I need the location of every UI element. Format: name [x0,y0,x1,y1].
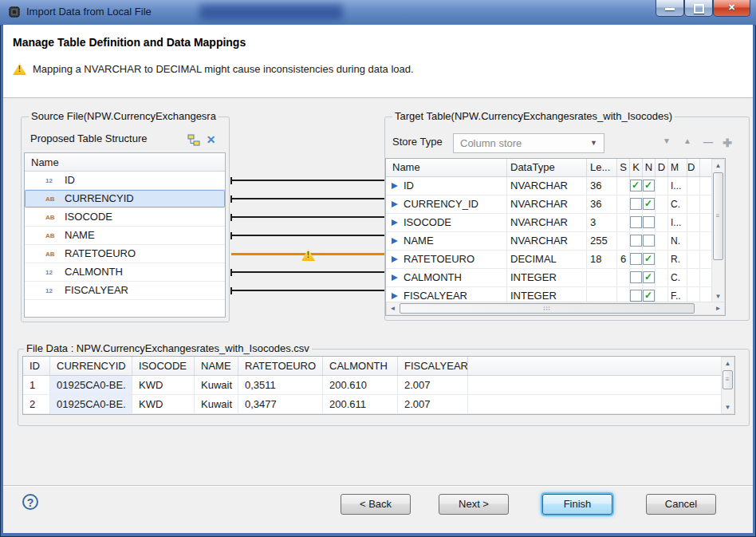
target-row-currency-id[interactable]: CURRENCY_ID NVARCHAR 36 C. [386,195,725,214]
app-icon [8,6,21,18]
scroll-left-icon[interactable]: ◄ [387,302,399,314]
cancel-button[interactable]: Cancel [646,494,716,515]
scroll-up-icon[interactable]: ▲ [712,160,724,172]
target-row-id[interactable]: ID NVARCHAR 36 I... [386,177,725,195]
target-group-label: Target Table(NPW.CurrencyExchangesrates_… [392,110,675,122]
finish-button[interactable]: Finish [542,494,612,515]
col-header-name[interactable]: NAME [195,357,238,375]
integer-type-icon: 12 [45,263,53,282]
mapping-line-name[interactable] [231,235,385,236]
key-checkbox[interactable] [630,180,642,192]
move-up-icon[interactable]: ▲ [679,136,695,145]
source-column-name: CURRENCYID [65,190,134,207]
source-row-name[interactable]: AB NAME [25,227,225,245]
chevron-down-icon: ▼ [590,134,597,152]
col-header-id[interactable]: ID [23,357,50,375]
scroll-down-icon[interactable]: ▼ [712,290,724,302]
col-header-notnull[interactable]: N [643,159,656,176]
col-header-desc[interactable]: D [687,159,700,176]
key-checkbox[interactable] [630,216,642,228]
column-arrow-icon [392,274,398,281]
warning-icon: ! [13,63,26,75]
store-type-label: Store Type [392,136,443,148]
warning-message: Mapping a NVARCHAR to DECIMAL might caus… [33,63,414,75]
notnull-checkbox[interactable] [643,290,655,302]
move-down-icon[interactable]: ▼ [659,136,675,145]
col-header-currencyid[interactable]: CURRENCYID [50,357,132,375]
remove-column-icon[interactable]: — [700,136,716,148]
notnull-checkbox[interactable] [643,235,655,247]
vscroll-thumb[interactable]: ≡ [713,172,723,260]
mapping-line-isocode[interactable] [231,216,385,218]
store-type-select[interactable]: Column store ▼ [453,133,604,153]
next-button[interactable]: Next > [439,494,509,515]
redacted-text-blur [199,5,343,20]
maximize-icon [694,4,704,14]
col-header-ratetoeuro[interactable]: RATETOEURO [238,357,323,375]
hscroll-thumb[interactable]: ⁞⁞⁞ [400,303,695,314]
target-table-header: Name DataType Le... S K N D M D [386,159,725,177]
col-header-mapping[interactable]: M [668,159,687,176]
warning-message-row: ! Mapping a NVARCHAR to DECIMAL might ca… [13,63,414,75]
file-data-row[interactable]: 2 01925CA0-BE. KWD Kuwait 0,3477 200.611… [23,395,734,414]
source-column-name: ISOCODE [65,208,112,226]
target-row-calmonth[interactable]: CALMONTH INTEGER C. [386,269,725,287]
scroll-up-icon[interactable]: ▲ [722,357,734,369]
notnull-checkbox[interactable] [643,253,655,265]
source-row-currencyid[interactable]: AB CURRENCYID [25,190,225,208]
close-button[interactable]: ✕ [713,0,750,17]
integer-type-icon: 12 [45,172,53,190]
mapping-line-currencyid[interactable] [231,198,385,199]
col-header-datatype[interactable]: DataType [507,159,587,176]
remove-mapping-x-icon[interactable]: ✕ [204,133,218,147]
col-header-scale[interactable]: S [617,159,630,176]
key-checkbox[interactable] [630,290,642,302]
mapping-line-id[interactable] [231,180,385,181]
col-header-fiscalyear[interactable]: FISCALYEAR [398,357,468,375]
scroll-down-icon[interactable]: ▼ [722,401,734,413]
source-table: Name 12 ID AB CURRENCYID AB ISOCODE AB N… [24,152,226,318]
target-table-hscrollbar[interactable]: ◄ ⁞⁞⁞ ► [386,302,725,315]
source-row-calmonth[interactable]: 12 CALMONTH [25,263,225,282]
mapping-line-fiscalyear[interactable] [231,290,385,291]
col-header-calmonth[interactable]: CALMONTH [323,357,398,375]
back-button[interactable]: < Back [341,494,411,515]
source-row-isocode[interactable]: AB ISOCODE [25,208,225,227]
key-checkbox[interactable] [630,198,642,210]
col-header-default[interactable]: D [656,159,668,176]
notnull-checkbox[interactable] [643,180,655,192]
source-row-fiscalyear[interactable]: 12 FISCALYEAR [25,282,225,300]
notnull-checkbox[interactable] [643,216,655,228]
scroll-right-icon[interactable]: ► [712,302,724,314]
col-header-name[interactable]: Name [386,159,507,176]
key-checkbox[interactable] [630,271,642,283]
auto-map-tree-icon[interactable] [187,133,200,147]
col-header-key[interactable]: K [630,159,643,176]
add-column-icon[interactable]: ✚ [719,136,735,149]
target-row-isocode[interactable]: ISOCODE NVARCHAR 3 I... [386,214,725,232]
vscroll-thumb[interactable]: ≡ [723,370,733,389]
col-header-length[interactable]: Le... [587,159,617,176]
col-header-isocode[interactable]: ISOCODE [132,357,195,375]
minimize-button[interactable] [656,0,684,17]
source-row-id[interactable]: 12 ID [25,172,225,190]
source-row-ratetoeuro[interactable]: AB RATETOEURO [25,245,225,263]
target-row-ratetoeuro[interactable]: RATETOEURO DECIMAL 18 6 R. [386,251,725,269]
key-checkbox[interactable] [630,235,642,247]
notnull-checkbox[interactable] [643,271,655,283]
target-table-vscrollbar[interactable]: ▲ ≡ ▼ [711,159,725,303]
notnull-checkbox[interactable] [643,198,655,210]
source-group-label: Source File(NPW.CurrencyExchangesra [29,110,219,122]
column-arrow-icon [392,256,398,263]
dialog-client-area: Manage Table Definition and Data Mapping… [3,25,753,533]
mapping-line-calmonth[interactable] [231,271,385,273]
file-data-row[interactable]: 1 01925CA0-BE. KWD Kuwait 0,3511 200.610… [23,376,734,395]
target-row-name[interactable]: NAME NVARCHAR 255 N. [386,232,725,251]
help-button[interactable]: ? [22,494,38,510]
source-column-name: RATETOEURO [65,245,136,263]
key-checkbox[interactable] [630,253,642,265]
maximize-button[interactable] [684,0,713,17]
mapping-line-ratetoeuro-warning[interactable]: ! [231,253,385,255]
file-data-vscrollbar[interactable]: ▲ ≡ ▼ [721,357,734,414]
file-data-table: ID CURRENCYID ISOCODE NAME RATETOEURO CA… [22,356,735,415]
